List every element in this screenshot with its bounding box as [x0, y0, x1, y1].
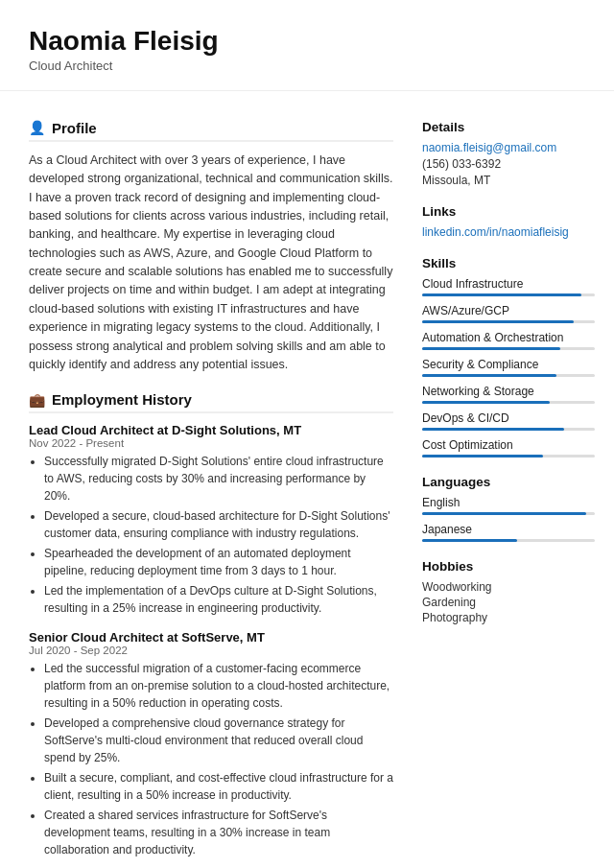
job-bullets: Successfully migrated D-Sight Solutions'… — [29, 453, 393, 617]
skill-item: Automation & Orchestration — [422, 331, 595, 350]
skill-bar-bg — [422, 347, 595, 350]
job-bullet: Successfully migrated D-Sight Solutions'… — [44, 453, 393, 504]
profile-text: As a Cloud Architect with over 3 years o… — [29, 152, 393, 375]
skills-section: Skills Cloud InfrastructureAWS/Azure/GCP… — [422, 256, 595, 457]
detail-phone: (156) 033-6392 — [422, 157, 595, 171]
job-title: Lead Cloud Architect at D-Sight Solution… — [29, 423, 393, 437]
skill-bar-fill — [422, 347, 560, 350]
hobby-item: Gardening — [422, 596, 595, 609]
skill-label: AWS/Azure/GCP — [422, 304, 595, 317]
right-column: Details naomia.fleisig@gmail.com (156) 0… — [422, 120, 595, 868]
language-bar-bg — [422, 539, 595, 542]
hobby-item: Photography — [422, 611, 595, 624]
job-date: Jul 2020 - Sep 2022 — [29, 645, 393, 656]
language-label: English — [422, 496, 595, 509]
language-item: Japanese — [422, 523, 595, 542]
skill-label: Cost Optimization — [422, 438, 595, 452]
skill-item: Networking & Storage — [422, 385, 595, 404]
skill-item: Security & Compliance — [422, 358, 595, 377]
detail-location: Missoula, MT — [422, 174, 595, 187]
skill-bar-fill — [422, 428, 564, 431]
skill-bar-bg — [422, 320, 595, 323]
employment-section-title: 💼 Employment History — [29, 391, 393, 413]
skill-bar-bg — [422, 428, 595, 431]
skill-item: DevOps & CI/CD — [422, 411, 595, 431]
hobby-item: Woodworking — [422, 580, 595, 594]
hobbies-section: Hobbies WoodworkingGardeningPhotography — [422, 559, 595, 624]
links-section: Links linkedin.com/in/naomiafleisig — [422, 204, 595, 239]
job-date: Nov 2022 - Present — [29, 437, 393, 449]
skill-bar-bg — [422, 401, 595, 404]
languages-title: Languages — [422, 475, 595, 489]
left-column: 👤 Profile As a Cloud Architect with over… — [29, 120, 393, 868]
job-bullet: Developed a secure, cloud-based architec… — [44, 507, 393, 542]
links-title: Links — [422, 204, 595, 219]
job-title: Senior Cloud Architect at SoftServe, MT — [29, 630, 393, 645]
language-item: English — [422, 496, 595, 515]
skill-bar-fill — [422, 320, 574, 323]
job-item: Lead Cloud Architect at D-Sight Solution… — [29, 423, 393, 617]
languages-section: Languages EnglishJapanese — [422, 475, 595, 542]
details-title: Details — [422, 120, 595, 134]
employment-section: 💼 Employment History Lead Cloud Architec… — [29, 391, 393, 858]
job-bullet: Built a secure, compliant, and cost-effe… — [44, 769, 393, 804]
resume-header: Naomia Fleisig Cloud Architect — [0, 0, 614, 91]
skill-label: Automation & Orchestration — [422, 331, 595, 344]
detail-email[interactable]: naomia.fleisig@gmail.com — [422, 141, 595, 154]
candidate-name: Naomia Fleisig — [29, 27, 595, 57]
hobbies-title: Hobbies — [422, 559, 595, 574]
details-section: Details naomia.fleisig@gmail.com (156) 0… — [422, 120, 595, 187]
language-bar-fill — [422, 512, 586, 515]
job-bullet: Led the implementation of a DevOps cultu… — [44, 582, 393, 617]
skill-bar-fill — [422, 401, 550, 404]
job-bullet: Created a shared services infrastructure… — [44, 807, 393, 858]
skill-label: Cloud Infrastructure — [422, 277, 595, 291]
skill-label: Networking & Storage — [422, 385, 595, 398]
language-label: Japanese — [422, 523, 595, 536]
job-bullets: Led the successful migration of a custom… — [29, 660, 393, 858]
profile-section: 👤 Profile As a Cloud Architect with over… — [29, 120, 393, 375]
language-bar-fill — [422, 539, 517, 542]
job-bullet: Developed a comprehensive cloud governan… — [44, 715, 393, 766]
job-bullet: Spearheaded the development of an automa… — [44, 545, 393, 579]
profile-icon: 👤 — [29, 120, 45, 135]
skill-label: Security & Compliance — [422, 358, 595, 371]
skill-item: Cloud Infrastructure — [422, 277, 595, 296]
skill-bar-fill — [422, 455, 543, 457]
skill-bar-bg — [422, 293, 595, 296]
candidate-title: Cloud Architect — [29, 59, 595, 73]
profile-section-title: 👤 Profile — [29, 120, 393, 142]
skill-item: AWS/Azure/GCP — [422, 304, 595, 323]
skill-bar-fill — [422, 293, 581, 296]
skill-bar-bg — [422, 374, 595, 377]
skill-bar-bg — [422, 455, 595, 457]
skill-item: Cost Optimization — [422, 438, 595, 457]
language-bar-bg — [422, 512, 595, 515]
job-bullet: Led the successful migration of a custom… — [44, 660, 393, 712]
skills-title: Skills — [422, 256, 595, 270]
skill-label: DevOps & CI/CD — [422, 411, 595, 425]
job-item: Senior Cloud Architect at SoftServe, MTJ… — [29, 630, 393, 858]
employment-icon: 💼 — [29, 392, 45, 408]
skill-bar-fill — [422, 374, 556, 377]
linkedin-link[interactable]: linkedin.com/in/naomiafleisig — [422, 225, 595, 239]
